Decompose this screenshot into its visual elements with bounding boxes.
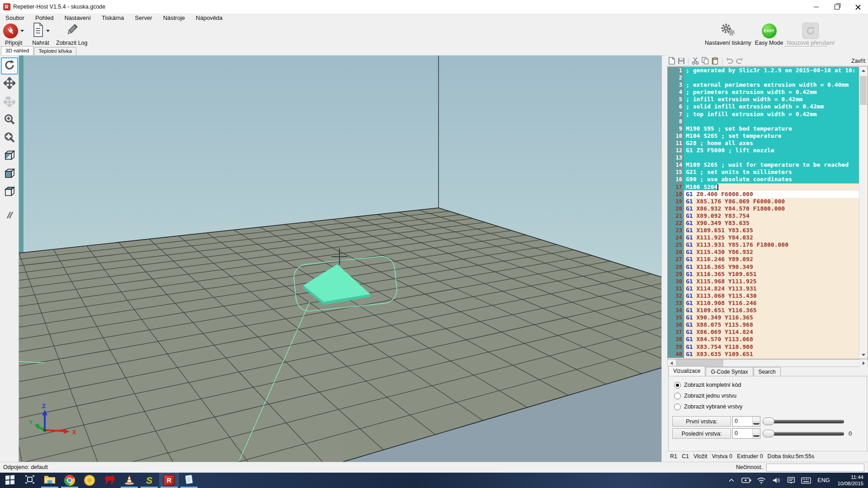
gcode-line-36[interactable]: 36G1 X88.075 Y115.968 (668, 321, 860, 328)
horizontal-scroll-thumb[interactable] (676, 360, 723, 366)
zoom-in-tool[interactable] (1, 112, 18, 129)
last-layer-value[interactable]: 0 (733, 429, 752, 438)
touch-keyboard-icon[interactable] (801, 475, 811, 486)
editor-vertical-scrollbar[interactable] (859, 67, 867, 359)
chrome[interactable] (60, 473, 80, 488)
gcode-line-15[interactable]: 15G21 ; set units to millimeters (668, 169, 860, 176)
radio-option-1[interactable]: Zobrazit jednu vrstvu (674, 392, 736, 400)
notepad[interactable] (179, 473, 199, 488)
gcode-line-12[interactable]: 12G1 Z5 F5000 ; lift nozzle (668, 147, 860, 154)
clock[interactable]: 11:44 10/08/2015 (835, 474, 863, 487)
gcode-line-9[interactable]: 9M190 S95 ; set bed temperature (668, 125, 860, 132)
gcode-line-23[interactable]: 23G1 X109.651 Y83.635 (668, 227, 860, 234)
gcode-line-21[interactable]: 21G1 X89.092 Y83.754 (668, 212, 860, 220)
view-top-tool[interactable] (1, 184, 18, 201)
minimize-button[interactable] (806, 0, 826, 14)
last-layer-slider-thumb[interactable] (763, 430, 774, 437)
s-app[interactable]: S (139, 473, 159, 488)
gcode-line-11[interactable]: 11G28 ; home all axes (668, 140, 860, 147)
gcode-line-7[interactable]: 7; top infill extrusion width = 0.42mm (668, 111, 860, 118)
menu-item-server[interactable]: Server (129, 14, 157, 22)
tab-3d-n-hled[interactable]: 3D náhled (1, 46, 33, 55)
radio-icon[interactable] (674, 393, 681, 399)
redo-icon[interactable] (736, 57, 744, 64)
menu-item-pohled[interactable]: Pohled (30, 14, 59, 22)
repetier-host[interactable]: R (159, 473, 179, 488)
gcode-line-5[interactable]: 5; infill extrusion width = 0.42mm (668, 96, 860, 103)
viz-tab-g-code-syntax[interactable]: G-Code Syntax (706, 367, 753, 376)
gcode-line-8[interactable]: 8 (668, 118, 860, 125)
chevron-up-icon[interactable] (726, 475, 737, 486)
vertical-scroll-thumb[interactable] (860, 76, 867, 105)
paste-icon[interactable] (712, 57, 719, 65)
gcode-line-28[interactable]: 28G1 X116.365 Y90.349 (668, 263, 860, 271)
menu-item-soubor[interactable]: Soubor (0, 14, 30, 22)
menu-item-tiskárna[interactable]: Tiskárna (96, 14, 129, 22)
menu-item-nastavení[interactable]: Nastavení (59, 14, 96, 22)
gcode-line-26[interactable]: 26G1 X115.430 Y86.932 (668, 249, 860, 256)
last-layer-spinner[interactable]: 0 (732, 428, 760, 439)
emergency-stop-button[interactable]: Nouzové přerušení (785, 22, 836, 47)
battery-icon[interactable] (741, 475, 752, 486)
wifi-icon[interactable] (756, 475, 767, 486)
gcode-line-1[interactable]: 1; generated by Slic3r 1.2.9 on 2015-08-… (668, 67, 860, 74)
load-button[interactable]: Nahrát (27, 22, 54, 47)
connect-dropdown-icon[interactable] (20, 30, 24, 32)
gcode-line-40[interactable]: 40G1 X83.635 Y109.651 (668, 351, 860, 358)
last-layer-slider[interactable] (763, 428, 844, 439)
menu-item-nápověda[interactable]: Nápověda (190, 14, 228, 22)
gcode-line-6[interactable]: 6; solid infill extrusion width = 0.42mm (668, 103, 860, 110)
file-explorer[interactable] (40, 473, 60, 488)
spin-down-icon[interactable] (753, 422, 760, 426)
view-front-tool[interactable] (1, 166, 18, 183)
radio-option-0[interactable]: Zobrazit kompletní kód (674, 381, 741, 389)
vlc[interactable] (119, 473, 139, 488)
last-layer-button[interactable]: Poslední vrstva: (672, 428, 731, 439)
move-viewpoint-tool[interactable] (1, 94, 18, 111)
gcode-line-4[interactable]: 4; perimeters extrusion width = 0.42mm (668, 89, 860, 96)
load-dropdown-icon[interactable] (46, 30, 50, 32)
scroll-up-icon[interactable] (859, 67, 867, 75)
gcode-line-30[interactable]: 30G1 X115.968 Y111.925 (668, 278, 860, 285)
parallel-projection-tool[interactable] (1, 207, 18, 225)
gcode-line-39[interactable]: 39G1 X83.754 Y110.908 (668, 343, 860, 351)
start-button[interactable] (0, 473, 20, 488)
gcode-line-33[interactable]: 33G1 X110.908 Y116.246 (668, 300, 860, 307)
scroll-right-icon[interactable] (860, 359, 868, 367)
connect-button[interactable]: Připojit (0, 22, 27, 47)
radio-icon[interactable] (674, 404, 681, 410)
first-layer-button[interactable]: První vrstva: (672, 416, 731, 427)
gcode-line-37[interactable]: 37G1 X86.069 Y114.824 (668, 328, 860, 336)
first-layer-slider-thumb[interactable] (763, 418, 774, 425)
restore-button[interactable] (826, 0, 847, 14)
view-isometric-tool[interactable] (1, 148, 18, 165)
radio-option-2[interactable]: Zobrazit vybrané vrstvy (674, 403, 742, 411)
radio-selected-icon[interactable] (674, 382, 681, 389)
cut-icon[interactable] (692, 57, 699, 65)
show-log-button[interactable]: Zobrazit Log (54, 22, 89, 47)
viz-tab-search[interactable]: Search (754, 367, 781, 376)
first-layer-value[interactable]: 0 (733, 417, 752, 426)
red-dog-app[interactable] (99, 473, 119, 488)
gcode-line-2[interactable]: 2 (668, 74, 860, 81)
gcode-line-10[interactable]: 10M104 S265 ; set temperature (668, 132, 860, 140)
rotate-view-tool[interactable] (1, 57, 18, 75)
gcode-line-20[interactable]: 20G1 X86.932 Y84.570 F1800.000 (668, 205, 860, 212)
gcode-line-34[interactable]: 34G1 X109.651 Y116.365 (668, 307, 860, 314)
gcode-editor[interactable]: 1; generated by Slic3r 1.2.9 on 2015-08-… (667, 66, 868, 359)
spin-up-icon[interactable] (753, 417, 760, 422)
gcode-line-25[interactable]: 25G1 X113.931 Y85.176 F1800.000 (668, 241, 860, 249)
gcode-line-18[interactable]: 18G1 Z0.400 F6000.000 (668, 191, 860, 198)
menu-item-nástroje[interactable]: Nástroje (158, 14, 190, 22)
language-indicator[interactable]: ENG (816, 477, 831, 483)
gcode-line-22[interactable]: 22G1 X90.349 Y83.635 (668, 220, 860, 227)
gcode-line-31[interactable]: 31G1 X114.824 Y113.931 (668, 285, 860, 292)
undo-icon[interactable] (726, 57, 733, 64)
scroll-down-icon[interactable] (859, 351, 867, 359)
yellow-browser[interactable] (80, 473, 99, 488)
gcode-line-29[interactable]: 29G1 X116.365 Y109.651 (668, 271, 860, 278)
gcode-line-14[interactable]: 14M109 S265 ; wait for temperature to be… (668, 161, 860, 169)
first-layer-spinner[interactable]: 0 (732, 416, 760, 427)
3d-viewport[interactable]: Z X Y (19, 56, 662, 462)
first-layer-slider[interactable] (763, 416, 844, 427)
